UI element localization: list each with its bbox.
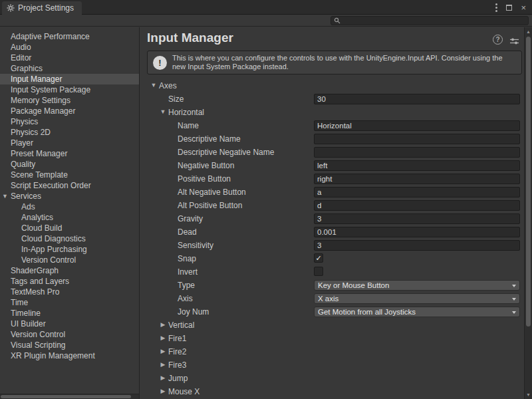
sidebar-item-label: Memory Settings — [11, 96, 70, 105]
maximize-icon[interactable] — [506, 5, 512, 11]
row-gravity: Gravity3 — [140, 212, 524, 225]
sidebar-item-cloud-diagnostics[interactable]: Cloud Diagnostics — [0, 233, 139, 244]
sidebar-item-version-control[interactable]: Version Control — [0, 329, 139, 340]
text-field-name[interactable]: Horizontal — [314, 120, 520, 131]
foldout-expanded-icon[interactable]: ▼ — [150, 82, 157, 88]
text-field-positive-button[interactable]: right — [314, 174, 520, 184]
sidebar-item-scene-template[interactable]: Scene Template — [0, 170, 139, 180]
sidebar-item-audio[interactable]: Audio — [0, 42, 139, 53]
text-field-value: a — [317, 188, 321, 196]
checkbox-snap[interactable]: ✓ — [314, 253, 323, 263]
sidebar-item-services[interactable]: ▼Services — [0, 191, 139, 201]
field-label[interactable]: Fire1 — [168, 334, 186, 343]
checkbox-invert[interactable] — [314, 267, 323, 276]
sidebar-item-memory-settings[interactable]: Memory Settings — [0, 95, 139, 106]
row-axis: AxisX axis — [140, 292, 524, 305]
sidebar-item-visual-scripting[interactable]: Visual Scripting — [0, 340, 139, 350]
close-icon[interactable]: × — [521, 3, 526, 12]
sidebar-item-player[interactable]: Player — [0, 138, 139, 148]
scroll-up-icon[interactable]: ▲ — [525, 29, 532, 34]
sidebar-item-xr-plugin-management[interactable]: XR Plugin Management — [0, 350, 139, 361]
text-field-value: right — [317, 175, 332, 183]
sidebar-item-quality[interactable]: Quality — [0, 159, 139, 170]
sidebar-item-time[interactable]: Time — [0, 297, 139, 308]
sidebar-item-cloud-build[interactable]: Cloud Build — [0, 223, 139, 233]
text-field-sensitivity[interactable]: 3 — [314, 240, 520, 251]
sidebar-item-shadergraph[interactable]: ShaderGraph — [0, 265, 139, 276]
text-field-value: Horizontal — [317, 122, 352, 130]
sidebar-item-timeline[interactable]: Timeline — [0, 308, 139, 319]
sidebar-item-script-execution-order[interactable]: Script Execution Order — [0, 180, 139, 191]
text-field-descriptive-name[interactable] — [314, 134, 520, 144]
row-alt-positive-button: Alt Positive Buttond — [140, 199, 524, 212]
foldout-collapsed-icon[interactable]: ▶ — [160, 388, 166, 394]
scroll-down-icon[interactable]: ▼ — [525, 392, 532, 397]
tab-project-settings[interactable]: Project Settings — [2, 1, 82, 15]
field-label[interactable]: Axes — [159, 81, 177, 90]
sidebar-hscrollbar[interactable] — [0, 394, 140, 399]
sidebar-item-ads[interactable]: Ads — [0, 201, 139, 212]
field-label[interactable]: Vertical — [168, 321, 194, 330]
sidebar-item-label: XR Plugin Management — [11, 351, 95, 360]
foldout-collapsed-icon[interactable]: ▶ — [160, 334, 166, 341]
text-field-negative-button[interactable]: left — [314, 160, 520, 171]
sidebar-item-analytics[interactable]: Analytics — [0, 212, 139, 223]
sidebar-item-label: In-App Purchasing — [21, 245, 87, 254]
row-fire2: ▶Fire2 — [140, 345, 524, 358]
sidebar-item-textmesh-pro[interactable]: TextMesh Pro — [0, 287, 139, 297]
kebab-menu-icon[interactable] — [495, 3, 497, 12]
row-type: TypeKey or Mouse Button — [140, 279, 524, 292]
sidebar-item-label: Quality — [11, 160, 35, 169]
sidebar-item-physics[interactable]: Physics — [0, 116, 139, 127]
sidebar-item-input-manager[interactable]: Input Manager — [0, 74, 139, 84]
foldout-collapsed-icon[interactable]: ▶ — [160, 348, 166, 354]
field-label[interactable]: Fire3 — [168, 360, 186, 370]
sidebar: Adaptive PerformanceAudioEditorGraphicsI… — [0, 27, 140, 394]
search-input[interactable] — [342, 17, 525, 25]
dropdown-axis[interactable]: X axis — [314, 293, 520, 304]
search-box[interactable] — [331, 16, 529, 25]
sidebar-item-preset-manager[interactable]: Preset Manager — [0, 148, 139, 159]
row-vertical: ▶Vertical — [140, 319, 524, 332]
dropdown-joy-num[interactable]: Get Motion from all Joysticks — [314, 307, 520, 317]
sidebar-item-label: Audio — [11, 43, 31, 52]
help-icon[interactable]: ? — [493, 35, 503, 45]
sidebar-item-graphics[interactable]: Graphics — [0, 63, 139, 74]
sidebar-item-in-app-purchasing[interactable]: In-App Purchasing — [0, 244, 139, 255]
sidebar-item-label: Script Execution Order — [11, 181, 91, 190]
text-field-size[interactable]: 30 — [314, 94, 520, 104]
foldout-collapsed-icon[interactable]: ▶ — [160, 361, 166, 368]
text-field-alt-negative-button[interactable]: a — [314, 187, 520, 198]
dropdown-type[interactable]: Key or Mouse Button — [314, 280, 520, 291]
presets-icon[interactable] — [510, 36, 519, 48]
hscrollbar-thumb[interactable] — [1, 395, 131, 398]
sidebar-item-tags-and-layers[interactable]: Tags and Layers — [0, 276, 139, 287]
field-label[interactable]: Horizontal — [168, 108, 204, 117]
sidebar-item-input-system-package[interactable]: Input System Package — [0, 84, 139, 95]
sidebar-item-adaptive-performance[interactable]: Adaptive Performance — [0, 31, 139, 42]
search-icon — [334, 17, 340, 24]
row-descriptive-name: Descriptive Name — [140, 132, 524, 146]
field-label[interactable]: Mouse X — [168, 387, 200, 396]
foldout-expanded-icon[interactable]: ▼ — [160, 108, 166, 115]
row-snap: Snap✓ — [140, 252, 524, 265]
field-label[interactable]: Fire2 — [168, 347, 186, 356]
sidebar-item-version-control[interactable]: Version Control — [0, 255, 139, 265]
text-field-descriptive-negative-name[interactable] — [314, 147, 520, 158]
text-field-gravity[interactable]: 3 — [314, 213, 520, 224]
row-sensitivity: Sensitivity3 — [140, 239, 524, 252]
text-field-alt-positive-button[interactable]: d — [314, 200, 520, 211]
field-label: Gravity — [178, 214, 203, 223]
sidebar-item-ui-builder[interactable]: UI Builder — [0, 319, 139, 329]
vscrollbar-thumb[interactable] — [526, 37, 531, 327]
foldout-collapsed-icon[interactable]: ▶ — [160, 321, 166, 328]
sidebar-item-editor[interactable]: Editor — [0, 53, 139, 63]
sidebar-item-physics-2d[interactable]: Physics 2D — [0, 127, 139, 138]
main-vscrollbar[interactable]: ▲ ▼ — [524, 27, 532, 399]
field-label[interactable]: Jump — [168, 374, 188, 383]
text-field-value: 3 — [317, 215, 321, 223]
sidebar-item-package-manager[interactable]: Package Manager — [0, 106, 139, 116]
text-field-dead[interactable]: 0.001 — [314, 227, 520, 237]
foldout-expanded-icon[interactable]: ▼ — [2, 191, 8, 201]
foldout-collapsed-icon[interactable]: ▶ — [160, 374, 166, 381]
